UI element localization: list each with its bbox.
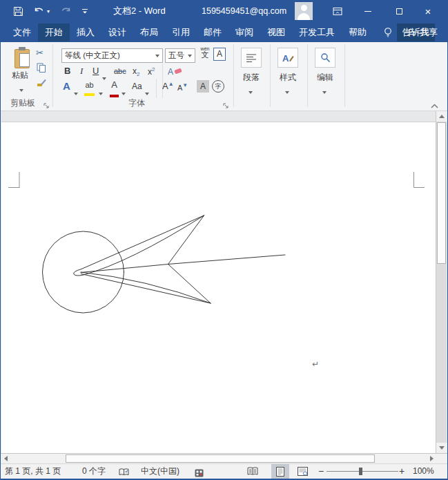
clear-formatting-icon[interactable]: A bbox=[168, 65, 182, 77]
character-border-icon[interactable]: A bbox=[213, 48, 226, 61]
tab-review[interactable]: 审阅 bbox=[228, 23, 260, 41]
save-icon[interactable] bbox=[13, 6, 23, 17]
status-bar: 第 1 页, 共 1 页 0 个字 中文(中国) − + 100% bbox=[1, 463, 447, 480]
scrollbar-corner bbox=[436, 453, 447, 463]
document-page[interactable]: ↵ bbox=[1, 122, 436, 453]
drawn-notch-lower-line bbox=[168, 265, 211, 304]
shrink-font-button[interactable]: A▼ bbox=[177, 82, 188, 92]
styles-dropdown-icon[interactable] bbox=[285, 84, 289, 97]
ribbon-home: 粘贴 ✂ 剪贴板 等线 (中文正文) 五号 wén 文 A B I U bbox=[1, 42, 447, 111]
font-size-value: 五号 bbox=[168, 50, 184, 61]
bold-button[interactable]: B bbox=[64, 66, 70, 76]
web-layout-button[interactable] bbox=[293, 464, 311, 479]
font-family-value: 等线 (中文正文) bbox=[65, 50, 120, 61]
grow-font-button[interactable]: A▲ bbox=[162, 81, 174, 91]
tab-mailings[interactable]: 邮件 bbox=[197, 23, 228, 41]
customize-quick-access-icon[interactable] bbox=[81, 8, 88, 15]
strikethrough-button[interactable]: abc bbox=[114, 67, 126, 75]
clipboard-dialog-launcher-icon[interactable] bbox=[43, 99, 50, 106]
word-count[interactable]: 0 个字 bbox=[82, 464, 106, 479]
language-indicator[interactable]: 中文(中国) bbox=[141, 464, 179, 479]
macro-record-icon[interactable] bbox=[195, 468, 204, 480]
format-painter-icon[interactable] bbox=[37, 78, 46, 90]
subscript-button[interactable]: x2 bbox=[133, 66, 139, 77]
styles-icon: A bbox=[282, 52, 294, 64]
drawn-notch-upper-line bbox=[168, 215, 204, 265]
undo-button[interactable]: ▾ bbox=[34, 7, 50, 16]
paste-button[interactable] bbox=[10, 46, 38, 89]
font-size-combobox[interactable]: 五号 bbox=[165, 48, 195, 63]
editing-button[interactable] bbox=[315, 48, 335, 68]
close-button[interactable]: × bbox=[416, 0, 440, 22]
horizontal-scroll-thumb[interactable] bbox=[66, 454, 375, 463]
paragraph-dropdown-icon[interactable] bbox=[249, 84, 253, 97]
avatar[interactable] bbox=[295, 2, 313, 20]
minimize-button[interactable] bbox=[356, 0, 380, 22]
scroll-up-icon[interactable] bbox=[436, 111, 447, 122]
collapse-ribbon-icon[interactable] bbox=[431, 99, 438, 104]
tab-references[interactable]: 引用 bbox=[165, 23, 197, 41]
change-case-dropdown-icon[interactable] bbox=[145, 86, 149, 98]
phonetic-guide-icon[interactable]: wén 文 bbox=[198, 46, 212, 59]
font-size-dropdown-icon[interactable] bbox=[188, 55, 192, 57]
font-family-combobox[interactable]: 等线 (中文正文) bbox=[61, 48, 163, 63]
styles-group-label: 样式 bbox=[280, 72, 296, 84]
font-dialog-launcher-icon[interactable] bbox=[223, 99, 230, 106]
read-mode-button[interactable] bbox=[244, 464, 262, 479]
paste-label[interactable]: 粘贴 bbox=[12, 70, 28, 81]
copy-icon[interactable] bbox=[37, 63, 46, 75]
highlight-dropdown-icon[interactable] bbox=[99, 86, 103, 98]
tab-home[interactable]: 开始 bbox=[38, 23, 70, 41]
redo-icon[interactable] bbox=[60, 7, 71, 16]
paste-dropdown-icon[interactable] bbox=[19, 82, 23, 95]
share-button[interactable]: 共享 bbox=[407, 22, 438, 42]
editing-dropdown-icon[interactable] bbox=[322, 84, 327, 97]
font-color-button[interactable]: A bbox=[110, 80, 119, 99]
tab-view[interactable]: 视图 bbox=[260, 23, 292, 41]
scroll-left-icon[interactable] bbox=[1, 454, 11, 463]
proofing-status-icon[interactable] bbox=[119, 467, 129, 480]
font-family-dropdown-icon[interactable] bbox=[155, 55, 159, 57]
zoom-level[interactable]: 100% bbox=[413, 464, 434, 479]
tab-developer[interactable]: 开发工具 bbox=[292, 23, 342, 41]
account-email[interactable]: 1595459451@qq.com bbox=[202, 0, 286, 22]
character-shading-button[interactable]: A bbox=[197, 80, 209, 93]
tab-design[interactable]: 设计 bbox=[101, 23, 133, 41]
share-person-icon bbox=[407, 28, 416, 37]
underline-dropdown-icon[interactable] bbox=[102, 70, 106, 83]
tab-insert[interactable]: 插入 bbox=[70, 23, 101, 41]
zoom-in-button[interactable]: + bbox=[399, 464, 405, 479]
title-bar: ▾ 文档2 - Word 1595459451@qq.com × bbox=[1, 0, 447, 22]
maximize-button[interactable] bbox=[387, 0, 411, 22]
tab-file[interactable]: 文件 bbox=[6, 23, 38, 41]
tab-layout[interactable]: 布局 bbox=[133, 23, 165, 41]
superscript-button[interactable]: x2 bbox=[148, 66, 155, 77]
change-case-button[interactable]: Aa bbox=[132, 81, 142, 91]
paragraph-button[interactable] bbox=[241, 48, 262, 68]
font-color-dropdown-icon[interactable] bbox=[121, 86, 126, 98]
zoom-out-button[interactable]: − bbox=[318, 464, 324, 479]
vertical-scroll-thumb[interactable] bbox=[437, 122, 446, 264]
enclose-characters-button[interactable]: 字 bbox=[212, 80, 224, 93]
text-effects-button[interactable]: A bbox=[63, 80, 70, 92]
undo-dropdown-icon[interactable]: ▾ bbox=[47, 8, 50, 15]
zoom-slider-track[interactable] bbox=[327, 471, 398, 472]
scroll-down-icon[interactable] bbox=[436, 443, 447, 453]
tab-help[interactable]: 帮助 bbox=[342, 23, 373, 41]
print-layout-button[interactable] bbox=[271, 464, 289, 479]
zoom-slider-thumb[interactable] bbox=[359, 468, 362, 475]
cut-icon[interactable]: ✂ bbox=[36, 48, 43, 58]
vertical-scrollbar[interactable] bbox=[436, 111, 447, 453]
text-effects-dropdown-icon[interactable] bbox=[74, 86, 78, 98]
window-title: 文档2 - Word bbox=[113, 0, 166, 22]
italic-button[interactable]: I bbox=[80, 66, 83, 77]
page-indicator[interactable]: 第 1 页, 共 1 页 bbox=[5, 464, 61, 479]
underline-button[interactable]: U bbox=[92, 66, 99, 76]
page-graphics bbox=[1, 122, 436, 454]
horizontal-scrollbar[interactable] bbox=[1, 453, 437, 463]
ribbon-display-options-icon[interactable] bbox=[326, 0, 349, 22]
highlight-button[interactable]: ab bbox=[84, 81, 95, 97]
find-icon bbox=[320, 52, 331, 63]
drawn-top-spike bbox=[74, 215, 204, 276]
styles-button[interactable]: A bbox=[277, 48, 298, 68]
